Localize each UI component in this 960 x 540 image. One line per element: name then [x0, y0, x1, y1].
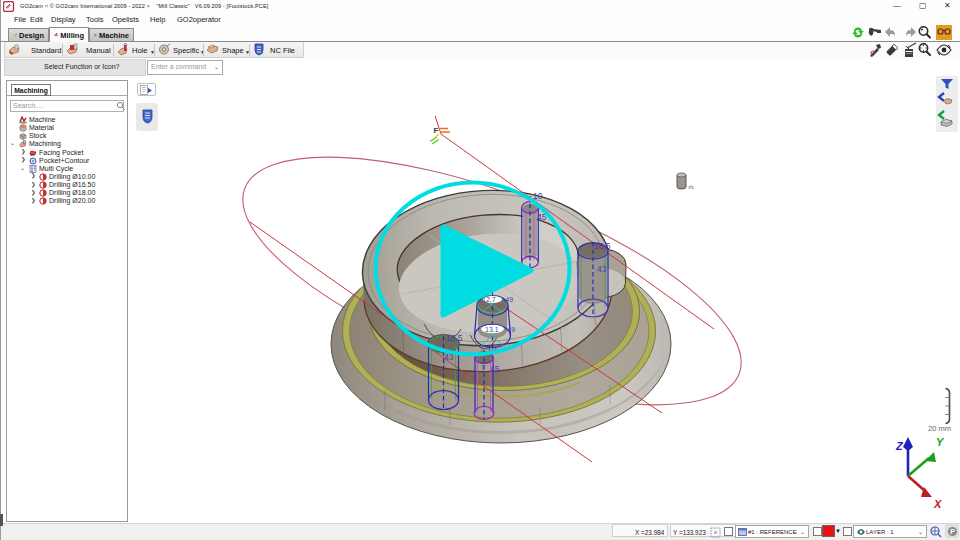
svg-text:-49: -49	[505, 326, 515, 333]
svg-text:F: F	[434, 126, 439, 135]
svg-text:X: X	[933, 498, 942, 510]
svg-text:zk: zk	[688, 184, 695, 190]
svg-text:13.1: 13.1	[485, 326, 499, 333]
svg-text:45: 45	[490, 364, 500, 374]
svg-text:16.5: 16.5	[446, 333, 463, 343]
svg-text:10: 10	[533, 191, 543, 201]
svg-text:16.5: 16.5	[594, 241, 611, 251]
svg-text:43: 43	[597, 264, 607, 274]
svg-text:20 mm: 20 mm	[928, 424, 951, 433]
svg-text:Y: Y	[936, 436, 945, 448]
svg-text:Z: Z	[895, 440, 904, 452]
svg-text:12.7: 12.7	[482, 296, 496, 303]
svg-text:-49: -49	[503, 296, 513, 303]
